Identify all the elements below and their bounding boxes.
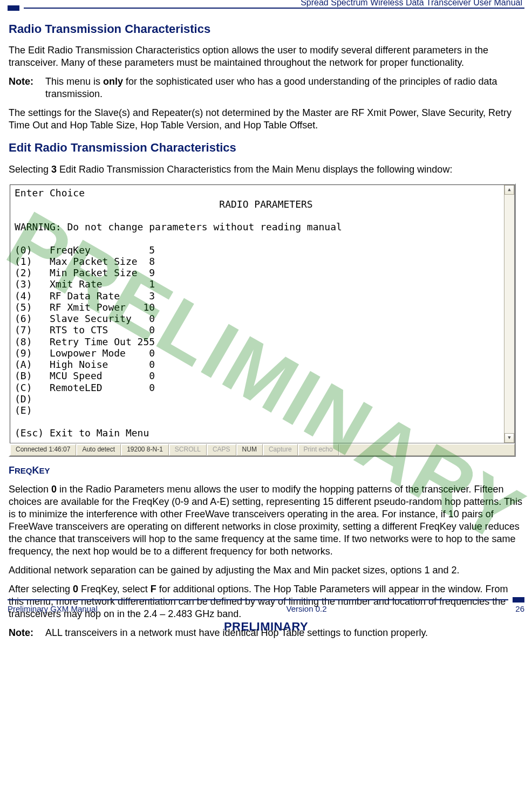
heading-edit-radio: Edit Radio Transmission Characteristics xyxy=(9,140,522,155)
paragraph-intro: The Edit Radio Transmission Characterist… xyxy=(9,44,522,69)
fk3a: After selecting xyxy=(9,584,73,594)
footer-right: 26 xyxy=(515,604,524,613)
terminal-window: Enter Choice RADIO PARAMETERS WARNING: D… xyxy=(9,183,516,457)
subheading-freqkey: FREQKEY xyxy=(9,464,522,477)
status-connected: Connected 1:46:07 xyxy=(10,444,76,456)
note-bold: only xyxy=(103,76,123,87)
header-doc-title: Spread Spectrum Wireless Data Transceive… xyxy=(8,0,522,8)
status-capture: Capture xyxy=(263,444,298,456)
paragraph-settings: The settings for the Slave(s) and Repeat… xyxy=(9,107,522,132)
terminal-screenshot: Enter Choice RADIO PARAMETERS WARNING: D… xyxy=(9,183,516,457)
note-row-1: Note: This menu is only for the sophisti… xyxy=(9,76,522,100)
scroll-up-icon[interactable]: ▲ xyxy=(504,185,514,195)
terminal-scrollbar[interactable]: ▲ ▼ xyxy=(504,185,514,443)
scroll-track[interactable] xyxy=(504,195,514,433)
status-echo: Print echo xyxy=(298,444,339,456)
footer-text: Preliminary GXM Manual Version 0.2 26 xyxy=(8,604,524,613)
fk3d: F xyxy=(151,584,156,594)
page-content: Radio Transmission Characteristics The E… xyxy=(8,22,524,639)
footer-preliminary: PRELIMINARY xyxy=(0,620,532,634)
footer-rule-line xyxy=(8,599,508,600)
term-esc-line: (Esc) Exit to Main Menu xyxy=(15,427,149,439)
status-scroll: SCROLL xyxy=(169,444,207,456)
status-caps: CAPS xyxy=(207,444,236,456)
status-port: 19200 8-N-1 xyxy=(121,444,169,456)
terminal-text-area: Enter Choice RADIO PARAMETERS WARNING: D… xyxy=(10,184,515,443)
term-enter-top: Enter Choice xyxy=(15,187,85,198)
paragraph-freqkey-main: Selection 0 in the Radio Parameters menu… xyxy=(9,483,522,558)
paragraph-selecting: Selecting 3 Edit Radio Transmission Char… xyxy=(9,163,522,176)
paragraph-freqkey-separation: Additional network separation can be gai… xyxy=(9,564,522,577)
status-spacer xyxy=(339,444,515,456)
footer-rule-accent xyxy=(513,597,524,603)
scroll-down-icon[interactable]: ▼ xyxy=(504,433,514,443)
note-label: Note: xyxy=(9,76,38,100)
term-warning: WARNING: Do not change parameters withou… xyxy=(15,221,342,232)
footer-left: Preliminary GXM Manual xyxy=(8,604,98,613)
fk3b: 0 xyxy=(73,584,78,594)
fk-b: 0 xyxy=(51,484,57,495)
status-detect: Auto detect xyxy=(76,444,121,456)
fk3c: FreqKey, select xyxy=(78,584,151,594)
status-num: NUM xyxy=(236,444,263,456)
note-text-before: This menu is xyxy=(45,76,103,87)
fk-c: in the Radio Parameters menu allows the … xyxy=(9,484,522,557)
footer-center: Version 0.2 xyxy=(286,604,326,613)
note-text: This menu is only for the sophisticated … xyxy=(45,76,522,100)
term-param-list: (0) FreqKey 5 (1) Max Packet Size 8 (2) … xyxy=(15,244,155,416)
header-rule-line xyxy=(24,8,524,9)
txt-bold: 3 xyxy=(51,164,57,175)
fk-a: Selection xyxy=(9,484,51,495)
heading-radio-transmission: Radio Transmission Characteristics xyxy=(9,22,522,37)
footer-rule xyxy=(8,597,524,603)
term-title: RADIO PARAMETERS xyxy=(219,198,312,210)
txt-after: Edit Radio Transmission Characteristics … xyxy=(57,164,452,175)
terminal-status-bar: Connected 1:46:07 Auto detect 19200 8-N-… xyxy=(10,443,515,456)
txt-before: Selecting xyxy=(9,164,51,175)
